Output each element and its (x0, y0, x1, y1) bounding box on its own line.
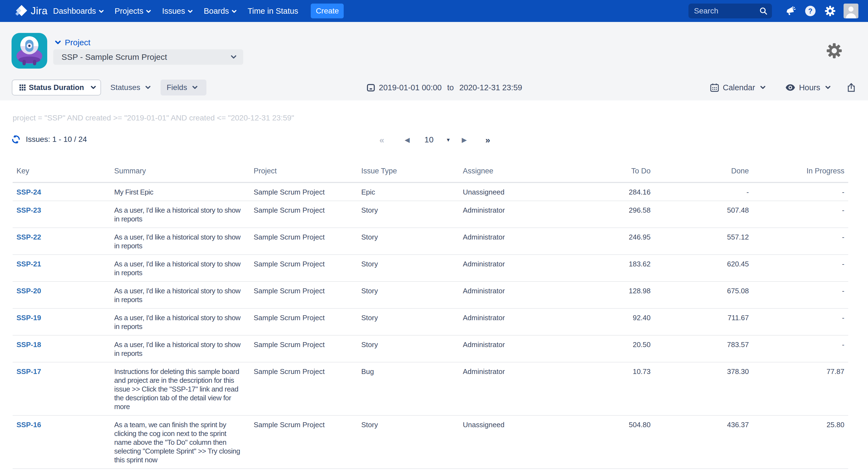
export-button[interactable] (847, 83, 856, 92)
done-value: 783.57 (651, 335, 749, 362)
question-mark: ? (805, 6, 815, 16)
issue-project: Sample Scrum Project (254, 415, 361, 469)
chevron-down-icon (146, 10, 151, 13)
todo-value: 92.40 (574, 308, 651, 335)
issue-key-link[interactable]: SSP-24 (12, 182, 114, 201)
announcements-icon[interactable] (781, 6, 801, 15)
brand-name: Jira (31, 5, 48, 17)
issue-assignee: Administrator (463, 335, 574, 362)
filler (844, 182, 848, 201)
table-row: SSP-20As a user, I'd like a historical s… (12, 281, 848, 308)
pagination-next[interactable]: ▶ (462, 136, 467, 144)
table-row: SSP-22As a user, I'd like a historical s… (12, 228, 848, 255)
issue-key-link[interactable]: SSP-23 (12, 201, 114, 228)
nav-item-time-in-status[interactable]: Time in Status (242, 0, 304, 22)
in-progress-value: 25.80 (749, 415, 844, 469)
issue-key-link[interactable]: SSP-17 (12, 362, 114, 415)
pagination-last[interactable]: » (485, 135, 490, 145)
issue-summary: As a team, we can finish the sprint by c… (114, 415, 254, 469)
col-header-key[interactable]: Key (12, 155, 114, 182)
date-range-picker[interactable]: 2019-01-01 00:00 to 2020-12-31 23:59 (367, 79, 522, 96)
chevron-down-icon (230, 55, 237, 59)
user-avatar[interactable] (841, 4, 861, 19)
chevron-down-icon (145, 86, 151, 90)
project-section-toggle[interactable]: Project (55, 38, 90, 47)
todo-value: 128.98 (574, 281, 651, 308)
table-row: SSP-21As a user, I'd like a historical s… (12, 255, 848, 281)
fields-dropdown[interactable]: Fields (161, 79, 207, 96)
done-value: 507.48 (651, 201, 749, 228)
issues-table: Key Summary Project Issue Type Assignee … (12, 155, 848, 469)
in-progress-value: - (749, 201, 844, 228)
todo-value: 10.73 (574, 362, 651, 415)
issue-project: Sample Scrum Project (254, 228, 361, 255)
chevron-down-icon (55, 40, 61, 45)
filler (844, 255, 848, 281)
units-dropdown[interactable]: Hours (785, 83, 831, 92)
statuses-dropdown[interactable]: Statuses (110, 79, 151, 96)
issue-key-link[interactable]: SSP-20 (12, 281, 114, 308)
issue-key-link[interactable]: SSP-16 (12, 415, 114, 469)
nav-item-issues[interactable]: Issues (156, 0, 198, 22)
todo-value: 246.95 (574, 228, 651, 255)
nav-item-boards[interactable]: Boards (198, 0, 242, 22)
issue-summary: As a user, I'd like a historical story t… (114, 201, 254, 228)
issue-key-link[interactable]: SSP-18 (12, 335, 114, 362)
issues-bar: Issues: 1 - 10 / 24 « ◀ 10 ▼ ▶ » (0, 135, 868, 146)
filler (844, 335, 848, 362)
project-select[interactable]: SSP - Sample Scrum Project (53, 49, 243, 65)
col-header-todo[interactable]: To Do (574, 155, 651, 182)
table-row: SSP-23As a user, I'd like a historical s… (12, 201, 848, 228)
chevron-down-icon (825, 86, 831, 90)
table-row: SSP-24My First EpicSample Scrum ProjectE… (12, 182, 848, 201)
search-box[interactable] (688, 4, 772, 19)
issue-assignee: Administrator (463, 362, 574, 415)
project-settings-gear-icon[interactable] (826, 43, 842, 61)
chevron-down-icon (91, 86, 96, 90)
report-content: project = "SSP" AND created >= "2019-01-… (0, 100, 868, 469)
todo-value: 183.62 (574, 255, 651, 281)
refresh-icon[interactable] (11, 135, 20, 144)
col-header-issue-type[interactable]: Issue Type (361, 155, 463, 182)
done-value: 675.08 (651, 281, 749, 308)
create-button[interactable]: Create (311, 4, 344, 19)
issue-project: Sample Scrum Project (254, 182, 361, 201)
pagination-first[interactable]: « (379, 135, 384, 145)
col-header-in-progress[interactable]: In Progress (749, 155, 844, 182)
in-progress-value: 77.87 (749, 362, 844, 415)
pagination-prev[interactable]: ◀ (405, 136, 409, 144)
issue-key-link[interactable]: SSP-22 (12, 228, 114, 255)
issue-assignee: Unassigneed (463, 415, 574, 469)
pagination-page-size[interactable]: 10 (424, 135, 433, 144)
filler (844, 228, 848, 255)
issue-key-link[interactable]: SSP-19 (12, 308, 114, 335)
col-header-project[interactable]: Project (254, 155, 361, 182)
col-header-done[interactable]: Done (651, 155, 749, 182)
in-progress-value: - (749, 182, 844, 201)
chevron-down-icon (99, 10, 104, 13)
issue-summary: Instructions for deleting this sample bo… (114, 362, 254, 415)
jira-logo[interactable]: Jira (14, 4, 48, 18)
issue-project: Sample Scrum Project (254, 201, 361, 228)
done-value: 378.30 (651, 362, 749, 415)
todo-value: 284.16 (574, 182, 651, 201)
report-type-dropdown[interactable]: Status Duration (12, 79, 101, 96)
issue-assignee: Administrator (463, 201, 574, 228)
col-header-summary[interactable]: Summary (114, 155, 254, 182)
col-header-assignee[interactable]: Assignee (463, 155, 574, 182)
jira-logo-icon (14, 4, 28, 18)
in-progress-value: - (749, 281, 844, 308)
calendar-type-dropdown[interactable]: Calendar (710, 83, 766, 92)
table-header-row: Key Summary Project Issue Type Assignee … (12, 155, 848, 182)
issue-project: Sample Scrum Project (254, 335, 361, 362)
search-input[interactable] (694, 7, 759, 15)
help-icon[interactable]: ? (801, 6, 820, 16)
calendar-icon (367, 83, 375, 92)
nav-item-projects[interactable]: Projects (109, 0, 157, 22)
done-value: 620.45 (651, 255, 749, 281)
issue-key-link[interactable]: SSP-21 (12, 255, 114, 281)
filler (844, 415, 848, 469)
pagination-page-size-caret[interactable]: ▼ (446, 137, 451, 143)
nav-item-dashboards[interactable]: Dashboards (48, 0, 109, 22)
settings-icon[interactable] (820, 5, 840, 16)
